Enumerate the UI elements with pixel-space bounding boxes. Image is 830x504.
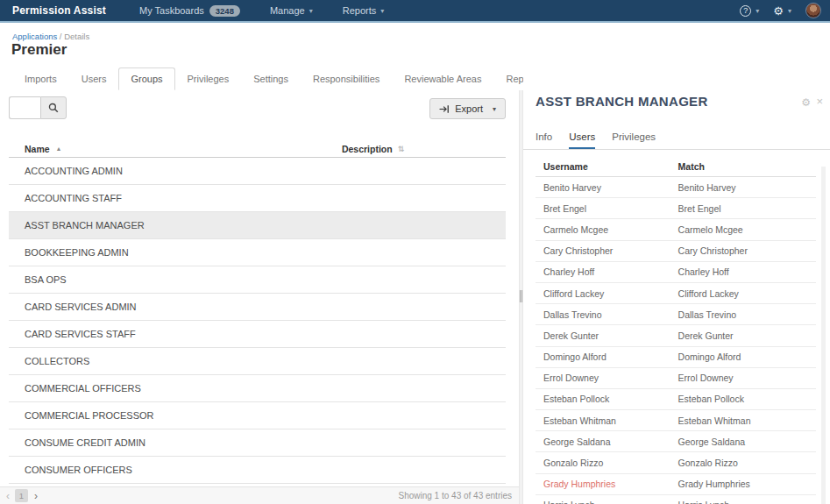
table-row[interactable]: COLLECTORS <box>9 348 506 375</box>
group-name-cell: CARD SERVICES STAFF <box>9 329 342 339</box>
gear-icon: ⚙ <box>773 5 784 17</box>
username-cell: Derek Gunter <box>536 330 670 341</box>
pagination-page-1-button[interactable]: 1 <box>15 489 28 502</box>
table-row[interactable]: COMMERCIAL PROCESSOR <box>9 402 506 429</box>
match-cell: Domingo Alford <box>670 351 816 362</box>
top-nav-item-my-taskboards[interactable]: My Taskboards3248 <box>139 5 240 17</box>
panel-scrollbar[interactable] <box>821 167 826 504</box>
export-button[interactable]: Export ▾ <box>429 98 506 119</box>
top-navigation-bar: Permission Assist My Taskboards3248Manag… <box>0 0 830 23</box>
chevron-down-icon: ▾ <box>380 7 384 15</box>
table-row[interactable]: CARD SERVICES ADMIN <box>9 294 506 321</box>
brand-logo: Permission Assist <box>12 4 106 17</box>
match-cell: Benito Harvey <box>670 182 816 193</box>
username-cell: Carmelo Mcgee <box>536 224 670 235</box>
user-avatar[interactable] <box>805 3 821 18</box>
splitter-grip-icon <box>520 290 522 302</box>
sort-ascending-icon: ▲ <box>56 146 62 152</box>
top-nav-item-reports[interactable]: Reports▾ <box>343 5 385 16</box>
group-detail-panel: ASST BRANCH MANAGER ⚙ × InfoUsersPrivile… <box>523 23 830 504</box>
table-row[interactable]: BOOKKEEPING ADMIN <box>9 239 506 266</box>
group-name-cell: ASST BRANCH MANAGER <box>9 220 342 231</box>
chevron-down-icon: ▾ <box>309 7 313 15</box>
search-group <box>9 96 67 119</box>
table-row[interactable]: Carmelo McgeeCarmelo Mcgee <box>536 219 816 240</box>
panel-close-button[interactable]: × <box>816 95 823 108</box>
table-row[interactable]: Derek GunterDerek Gunter <box>536 325 816 346</box>
match-cell: Derek Gunter <box>670 330 816 341</box>
table-row[interactable]: ASST BRANCH MANAGER <box>9 212 506 239</box>
column-header-username: Username <box>536 161 670 172</box>
table-row[interactable]: Harris LynchHarris Lynch <box>536 495 816 504</box>
match-cell: Carmelo Mcgee <box>670 224 816 235</box>
table-row[interactable]: Clifford LackeyClifford Lackey <box>536 283 816 304</box>
match-cell: Gonzalo Rizzo <box>670 458 816 468</box>
table-row[interactable]: CARD SERVICES STAFF <box>9 321 506 348</box>
match-cell: Clifford Lackey <box>670 288 816 299</box>
table-row[interactable]: Dallas TrevinoDallas Trevino <box>536 304 816 325</box>
table-row[interactable]: Charley HoffCharley Hoff <box>536 262 816 283</box>
column-header-description-label: Description <box>342 144 393 154</box>
panel-tab-users[interactable]: Users <box>569 131 595 150</box>
table-row[interactable]: Errol DowneyErrol Downey <box>536 368 816 389</box>
help-menu-button[interactable]: ? ▾ <box>740 5 759 17</box>
groups-table-header: Name ▲ Description ⇅ <box>9 140 506 158</box>
panel-settings-button[interactable]: ⚙ <box>801 96 811 109</box>
panel-tabs-divider <box>523 149 830 150</box>
username-cell: Errol Downey <box>536 373 670 383</box>
pagination-prev-button[interactable]: ‹ <box>6 490 10 502</box>
username-cell: Esteban Whitman <box>536 415 670 426</box>
group-name-cell: CONSUME CREDIT ADMIN <box>9 437 342 448</box>
gear-icon: ⚙ <box>801 96 811 109</box>
table-row[interactable]: CONSUMER OFFICERS <box>9 457 506 484</box>
table-row[interactable]: Esteban WhitmanEsteban Whitman <box>536 410 816 431</box>
table-row[interactable]: CONSUME CREDIT ADMIN <box>9 429 506 457</box>
match-cell: Charley Hoff <box>670 266 816 277</box>
username-cell: Esteban Pollock <box>536 394 670 404</box>
pagination-summary: Showing 1 to 43 of 43 entries <box>398 491 512 500</box>
pagination-next-button[interactable]: › <box>34 490 38 502</box>
top-nav: My Taskboards3248Manage▾Reports▾ <box>139 5 414 17</box>
table-row[interactable]: Cary ChristopherCary Christopher <box>536 241 816 262</box>
username-cell: George Saldana <box>536 437 670 447</box>
search-button[interactable] <box>40 96 67 119</box>
table-row[interactable]: Grady HumphriesGrady Humphries <box>536 474 816 495</box>
table-row[interactable]: Domingo AlfordDomingo Alford <box>536 347 816 368</box>
table-row[interactable]: ACCOUNTING ADMIN <box>9 158 506 185</box>
panel-tab-info[interactable]: Info <box>536 131 552 150</box>
username-cell: Harris Lynch <box>536 500 670 504</box>
group-name-cell: BOOKKEEPING ADMIN <box>9 247 342 258</box>
column-header-description[interactable]: Description ⇅ <box>342 144 506 154</box>
username-cell: Gonzalo Rizzo <box>536 458 670 468</box>
table-row[interactable]: BSA OPS <box>9 266 506 294</box>
table-row[interactable]: George SaldanaGeorge Saldana <box>536 431 816 452</box>
table-row[interactable]: ACCOUNTING STAFF <box>9 185 506 212</box>
column-header-name[interactable]: Name ▲ <box>9 144 342 154</box>
top-nav-item-manage[interactable]: Manage▾ <box>270 5 313 16</box>
table-row[interactable]: Esteban PollockEsteban Pollock <box>536 389 816 410</box>
match-cell: Bret Engel <box>670 203 816 214</box>
panel-tab-privileges[interactable]: Privileges <box>612 131 656 150</box>
export-icon <box>439 104 450 114</box>
table-row[interactable]: Bret EngelBret Engel <box>536 198 816 219</box>
chevron-down-icon: ▾ <box>493 105 496 113</box>
table-row[interactable]: Gonzalo RizzoGonzalo Rizzo <box>536 452 816 473</box>
taskboards-count-badge: 3248 <box>209 5 240 17</box>
match-cell: Harris Lynch <box>670 500 816 504</box>
search-input[interactable] <box>9 96 40 119</box>
sort-both-icon: ⇅ <box>398 145 405 153</box>
group-name-cell: CARD SERVICES ADMIN <box>9 302 342 312</box>
group-name-cell: COLLECTORS <box>9 356 342 366</box>
settings-menu-button[interactable]: ⚙ ▾ <box>773 5 791 17</box>
app-window: Permission Assist My Taskboards3248Manag… <box>0 0 830 504</box>
chevron-down-icon: ▾ <box>788 7 791 15</box>
groups-pane: Export ▾ Name ▲ Description ⇅ ACCOUNTING… <box>0 23 519 504</box>
table-row[interactable]: Benito HarveyBenito Harvey <box>536 177 816 198</box>
group-name-cell: COMMERCIAL OFFICERS <box>9 383 342 394</box>
users-table-body: Benito HarveyBenito HarveyBret EngelBret… <box>536 177 816 504</box>
groups-table-body: ACCOUNTING ADMINACCOUNTING STAFFASST BRA… <box>9 158 506 484</box>
table-row[interactable]: COMMERCIAL OFFICERS <box>9 375 506 402</box>
username-cell: Benito Harvey <box>536 182 670 193</box>
groups-table-footer: ‹ 1 › Showing 1 to 43 of 43 entries <box>0 486 519 504</box>
users-table-header: Username Match <box>536 157 816 177</box>
